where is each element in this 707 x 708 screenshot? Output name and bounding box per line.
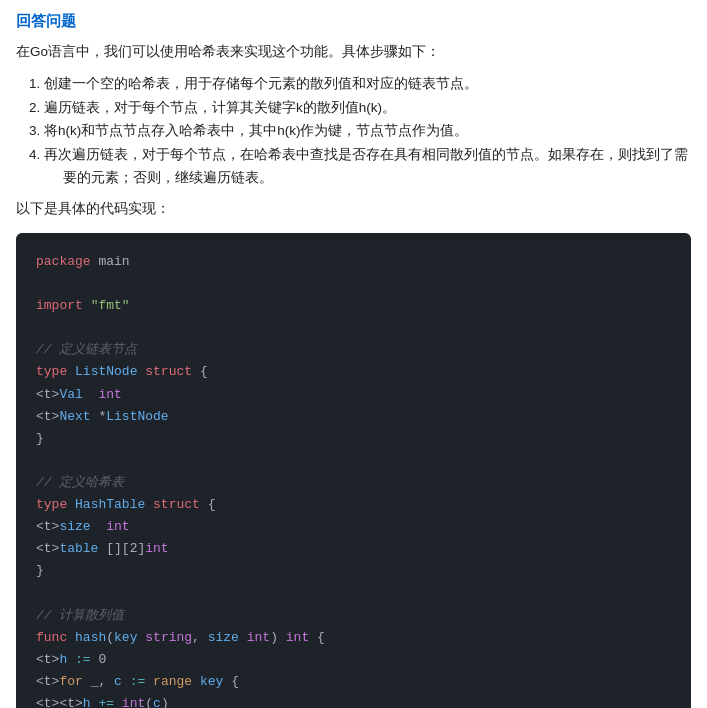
code-line-14: func hash(key string, size int) int { — [36, 627, 671, 649]
code-line-10: <t>size int — [36, 516, 671, 538]
code-line-8: // 定义哈希表 — [36, 472, 671, 494]
code-block: package main import "fmt" // 定义链表节点 type… — [16, 233, 691, 708]
step-2: 遍历链表，对于每个节点，计算其关键字k的散列值h(k)。 — [44, 96, 691, 120]
code-line-12: } — [36, 560, 671, 582]
intro-lead-text: 在Go语言中，我们可以使用哈希表来实现这个功能。具体步骤如下： — [16, 44, 440, 59]
code-line-11: <t>table [][2]int — [36, 538, 671, 560]
code-line-blank3 — [36, 450, 671, 472]
code-line-6: <t>Next *ListNode — [36, 406, 671, 428]
intro-lead: 在Go语言中，我们可以使用哈希表来实现这个功能。具体步骤如下： — [16, 41, 691, 64]
conclusion-text: 以下是具体的代码实现： — [16, 198, 691, 221]
code-line-blank1 — [36, 273, 671, 295]
section-title: 回答问题 — [16, 12, 691, 31]
code-line-blank4 — [36, 582, 671, 604]
step-3: 将h(k)和节点节点存入哈希表中，其中h(k)作为键，节点节点作为值。 — [44, 119, 691, 143]
page-container: 回答问题 在Go语言中，我们可以使用哈希表来实现这个功能。具体步骤如下： 创建一… — [0, 0, 707, 708]
code-line-9: type HashTable struct { — [36, 494, 671, 516]
code-line-15: <t>h := 0 — [36, 649, 671, 671]
step-1: 创建一个空的哈希表，用于存储每个元素的散列值和对应的链表节点。 — [44, 72, 691, 96]
code-line-4: type ListNode struct { — [36, 361, 671, 383]
code-line-1: package main — [36, 251, 671, 273]
code-line-16: <t>for _, c := range key { — [36, 671, 671, 693]
code-line-5: <t>Val int — [36, 384, 671, 406]
code-line-2: import "fmt" — [36, 295, 671, 317]
code-line-7: } — [36, 428, 671, 450]
step-4: 再次遍历链表，对于每个节点，在哈希表中查找是否存在具有相同散列值的节点。如果存在… — [44, 143, 691, 190]
code-line-blank2 — [36, 317, 671, 339]
code-line-3: // 定义链表节点 — [36, 339, 671, 361]
code-line-13: // 计算散列值 — [36, 605, 671, 627]
steps-list: 创建一个空的哈希表，用于存储每个元素的散列值和对应的链表节点。 遍历链表，对于每… — [44, 72, 691, 190]
code-line-17: <t><t>h += int(c) — [36, 693, 671, 708]
